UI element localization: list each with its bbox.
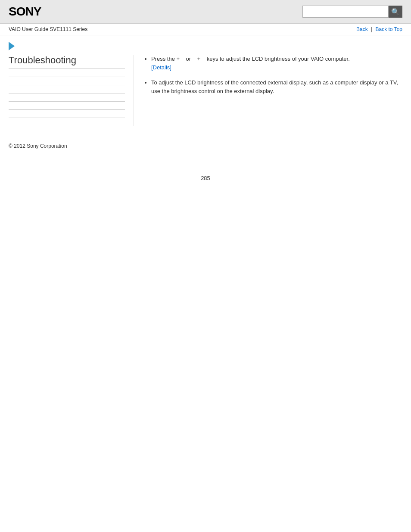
footer-copyright: © 2012 Sony Corporation — [0, 134, 411, 158]
header: SONY 🔍 — [0, 0, 411, 24]
sidebar-divider-3 — [9, 93, 125, 93]
search-button[interactable]: 🔍 — [389, 6, 402, 18]
search-icon: 🔍 — [391, 8, 400, 16]
search-area: 🔍 — [302, 6, 402, 18]
sidebar-title: Troubleshooting — [9, 55, 125, 69]
bullet1-suffix: keys to adjust the LCD brightness of you… — [207, 56, 350, 62]
nav-links: Back | Back to Top — [356, 26, 402, 32]
guide-title: VAIO User Guide SVE1111 Series — [9, 26, 87, 32]
bullet1-plus1: + — [177, 56, 180, 62]
content-area: Press the + or + keys to adjust the LCD … — [134, 55, 402, 126]
sidebar-divider-2 — [9, 85, 125, 85]
search-input[interactable] — [302, 6, 389, 18]
content-list: Press the + or + keys to adjust the LCD … — [143, 55, 402, 95]
list-item-1: Press the + or + keys to adjust the LCD … — [151, 55, 402, 72]
chevron-right-icon — [9, 42, 15, 50]
back-link[interactable]: Back — [356, 26, 368, 32]
sidebar-divider-4 — [9, 101, 125, 102]
bullet1-or: or — [186, 56, 191, 62]
nav-separator: | — [371, 26, 372, 32]
sidebar-divider-6 — [9, 118, 125, 118]
breadcrumb-section — [0, 35, 411, 55]
back-to-top-link[interactable]: Back to Top — [376, 26, 402, 32]
page-number: 285 — [0, 166, 411, 190]
sidebar-divider-1 — [9, 77, 125, 77]
sidebar-divider-5 — [9, 109, 125, 110]
sidebar: Troubleshooting — [9, 55, 134, 126]
main-layout: Troubleshooting Press the + or + keys to… — [0, 55, 411, 126]
content-divider — [143, 104, 402, 104]
bullet1-prefix: Press the — [151, 56, 175, 62]
sony-logo: SONY — [9, 5, 41, 19]
details-link[interactable]: [Details] — [151, 64, 171, 71]
bullet1-plus2: + — [197, 56, 201, 62]
nav-bar: VAIO User Guide SVE1111 Series Back | Ba… — [0, 24, 411, 35]
list-item-2: To adjust the LCD brightness of the conn… — [151, 78, 402, 95]
